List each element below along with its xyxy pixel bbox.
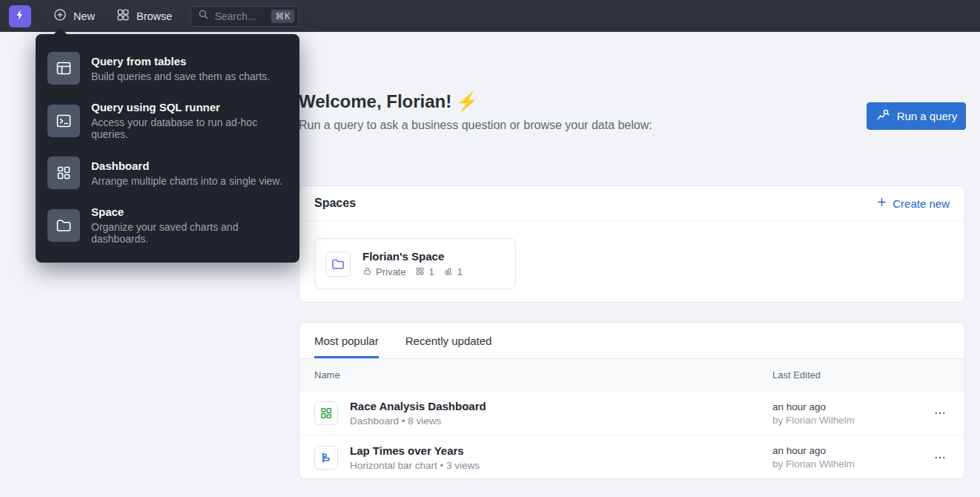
row-last-edited: an hour ago by Florian Wilhelm <box>772 401 964 426</box>
search-shortcut-badge: ⌘K <box>271 10 294 23</box>
sql-terminal-icon <box>47 105 80 137</box>
column-header-name: Name <box>299 369 772 381</box>
run-a-query-button[interactable]: Run a query <box>867 102 966 130</box>
dashboard-icon <box>314 401 338 425</box>
folder-icon <box>325 251 351 277</box>
table-icon <box>47 52 80 85</box>
menu-item-description: Arrange multiple charts into a single vi… <box>91 175 282 187</box>
row-subtitle: Dashboard • 8 views <box>350 415 486 427</box>
lightning-emoji: ⚡ <box>456 91 478 111</box>
menu-item-query-from-tables[interactable]: Query from tables Build queries and save… <box>36 44 299 93</box>
new-dropdown-menu: Query from tables Build queries and save… <box>36 34 299 263</box>
space-name: Florian's Space <box>362 250 463 263</box>
column-header-last-edited: Last Edited <box>772 369 964 381</box>
space-meta: Private 1 1 <box>362 266 463 278</box>
spaces-list: Florian's Space Private 1 <box>299 221 964 306</box>
spaces-panel-header: Spaces Create new <box>299 186 964 221</box>
space-chart-count: 1 <box>444 266 463 278</box>
top-navbar: New Browse ⌘K <box>0 0 980 32</box>
menu-item-label: Query from tables <box>91 55 270 68</box>
dashboard-icon <box>47 157 80 189</box>
folder-icon <box>47 209 80 242</box>
menu-item-sql-runner[interactable]: Query using SQL runner Access your datab… <box>36 93 299 148</box>
apps-grid-icon <box>116 7 130 24</box>
last-edited-time: an hour ago <box>772 401 930 412</box>
spaces-title: Spaces <box>314 197 356 210</box>
horizontal-bar-chart-icon <box>314 446 338 470</box>
page-title: Welcome, Florian!⚡ <box>299 91 478 112</box>
row-main: Race Analysis Dashboard Dashboard • 8 vi… <box>299 400 772 427</box>
menu-item-label: Space <box>91 205 288 218</box>
menu-item-label: Dashboard <box>91 159 282 172</box>
menu-item-description: Build queries and save them as charts. <box>91 70 270 82</box>
tab-most-popular[interactable]: Most popular <box>314 323 379 358</box>
lock-icon <box>362 266 372 278</box>
new-button[interactable]: New <box>46 3 102 29</box>
spaces-panel: Spaces Create new Florian's Space <box>299 185 965 303</box>
row-main: Lap Times over Years Horizontal bar char… <box>299 444 772 471</box>
row-title: Race Analysis Dashboard <box>350 400 486 412</box>
content-browser-panel: Most popular Recently updated Name Last … <box>299 322 965 479</box>
menu-item-description: Access your database to run ad-hoc queri… <box>91 116 288 140</box>
row-subtitle: Horizontal bar chart • 3 views <box>350 460 480 471</box>
global-search[interactable]: ⌘K <box>191 6 299 27</box>
dashboard-icon <box>415 266 425 278</box>
browse-button[interactable]: Browse <box>109 3 179 29</box>
row-actions-button[interactable] <box>930 448 950 467</box>
run-a-query-label: Run a query <box>897 110 958 122</box>
search-input[interactable] <box>214 10 260 22</box>
menu-item-dashboard[interactable]: Dashboard Arrange multiple charts into a… <box>36 148 299 197</box>
lightning-bolt-icon <box>13 8 27 24</box>
table-row[interactable]: Lap Times over Years Horizontal bar char… <box>299 435 964 479</box>
bar-chart-icon <box>444 266 454 278</box>
menu-item-label: Query using SQL runner <box>91 101 288 113</box>
app: New Browse ⌘K Query from tables Build qu… <box>0 0 980 497</box>
new-button-label: New <box>73 10 95 22</box>
app-logo[interactable] <box>9 5 31 27</box>
table-header: Name Last Edited <box>299 359 964 392</box>
create-new-space-button[interactable]: Create new <box>876 197 950 210</box>
space-visibility: Private <box>362 266 405 278</box>
search-icon <box>197 8 210 24</box>
row-title: Lap Times over Years <box>350 444 480 457</box>
table-row[interactable]: Race Analysis Dashboard Dashboard • 8 vi… <box>299 392 964 435</box>
browser-tabs: Most popular Recently updated <box>299 323 964 359</box>
row-actions-button[interactable] <box>930 404 950 423</box>
space-dashboard-count: 1 <box>415 266 434 278</box>
browse-button-label: Browse <box>136 10 172 22</box>
chart-search-icon <box>875 108 890 125</box>
plus-circle-icon <box>53 7 67 24</box>
row-last-edited: an hour ago by Florian Wilhelm <box>772 445 964 470</box>
page-subtitle: Run a query to ask a business question o… <box>299 119 652 132</box>
last-edited-time: an hour ago <box>772 445 930 456</box>
space-card-florians-space[interactable]: Florian's Space Private 1 <box>314 238 516 289</box>
last-edited-by: by Florian Wilhelm <box>772 415 930 426</box>
last-edited-by: by Florian Wilhelm <box>772 458 930 470</box>
tab-recently-updated[interactable]: Recently updated <box>405 323 492 358</box>
menu-item-space[interactable]: Space Organize your saved charts and das… <box>36 197 299 253</box>
menu-item-description: Organize your saved charts and dashboard… <box>91 221 288 245</box>
create-new-label: Create new <box>893 197 950 210</box>
plus-icon <box>876 197 887 210</box>
